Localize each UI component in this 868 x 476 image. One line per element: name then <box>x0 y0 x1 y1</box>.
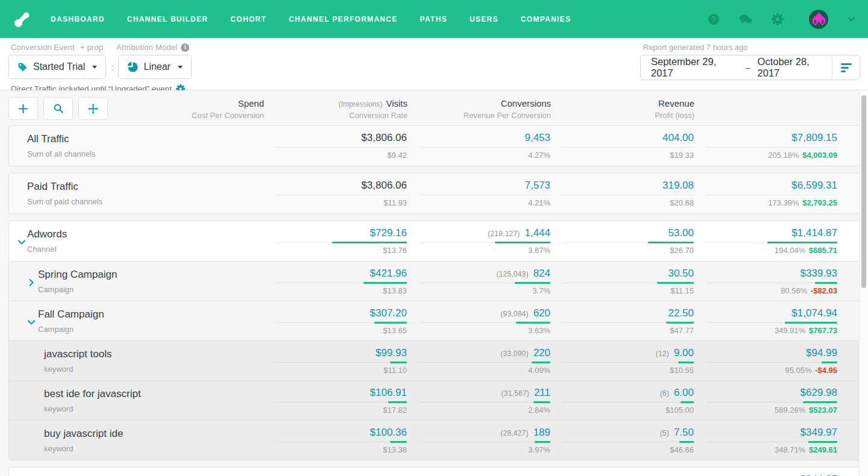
metric-bar <box>822 362 837 363</box>
nav-item-cohort[interactable]: COHORT <box>230 15 266 23</box>
table-row[interactable]: javascript toolskeyword$99.93$11.10(33,0… <box>9 340 860 380</box>
visits-cell: (33,090)2204.09% <box>407 347 550 375</box>
visits-cell: (93,084)6203.63% <box>407 307 550 335</box>
table-row[interactable]: buy javascript idekeyword$100.36$13.38(2… <box>9 420 860 460</box>
metric-bar-track <box>275 242 407 243</box>
metric-bar-track <box>562 194 694 196</box>
spend-sub-value: $17.82 <box>275 406 407 415</box>
nav-item-channel-builder[interactable]: CHANNEL BUILDER <box>127 15 209 23</box>
metric-bar <box>388 401 407 403</box>
metric-bar-track <box>419 146 550 148</box>
metric-bar <box>657 282 694 284</box>
top-nav: DASHBOARD CHANNEL BUILDER COHORT CHANNEL… <box>0 0 868 38</box>
profit-percent: 80.56% <box>781 286 807 295</box>
revenue-cell: $1,414.87194.04% $685.71 <box>694 227 837 255</box>
profit-value: $249.61 <box>809 445 837 454</box>
table-row[interactable]: Paid TrafficSum of paid channels$3,806.0… <box>9 174 860 213</box>
spend-cell: $100.36$13.38 <box>263 427 407 454</box>
spend-cell: $729.16$13.76 <box>263 227 407 255</box>
metric-bar <box>678 362 694 363</box>
spend-cell: $307.20$13.65 <box>263 307 407 335</box>
table-row[interactable]: best ide for javascriptkeyword$106.91$17… <box>9 380 860 420</box>
visits-cell: (218,127)1,4443.67% <box>407 227 550 255</box>
date-separator: – <box>746 63 750 72</box>
revenue-cell: $944.97 <box>694 474 837 476</box>
table-card: AdwordsChannel$729.16$13.76(218,127)1,44… <box>8 221 860 460</box>
conversions-sub-value: $20.68 <box>562 198 694 207</box>
date-range-picker[interactable]: September 29, 2017 – October 28, 2017 <box>640 55 860 80</box>
visits-sub-value: 3.97% <box>419 445 550 454</box>
metric-bar-track <box>706 441 837 443</box>
info-icon[interactable]: i <box>181 43 189 52</box>
add-channel-button[interactable] <box>8 97 38 120</box>
row-name-cell: Fall CampaignCampaign <box>27 308 263 334</box>
profit-percent: 95.05% <box>785 366 811 375</box>
filter-icon[interactable] <box>832 55 860 80</box>
avatar[interactable] <box>809 10 828 29</box>
conversions-cell: (5)7.50$46.66 <box>550 427 694 454</box>
reorder-button[interactable] <box>78 97 108 120</box>
visits-value: 7,573 <box>524 180 550 192</box>
conversions-value: 7.50 <box>674 427 694 439</box>
row-subtitle: Campaign <box>38 285 117 294</box>
nav-item-users[interactable]: USERS <box>470 15 498 23</box>
metric-bar-track <box>706 401 837 403</box>
visits-value: 620 <box>533 307 550 319</box>
spend-sub-value: $13.83 <box>275 286 407 295</box>
metric-bar-track <box>419 194 550 196</box>
conversion-touches-count: (6) <box>660 389 669 398</box>
visits-cell: (28,427)1893.97% <box>407 427 550 454</box>
metric-bar-track <box>706 146 837 148</box>
impressions-count: (33,090) <box>500 349 528 358</box>
impressions-count: (93,084) <box>500 310 528 318</box>
row-name-cell: Paid TrafficSum of paid channels <box>27 181 263 206</box>
impressions-header: (Impressions) <box>339 100 383 108</box>
visits-value: 824 <box>533 268 550 280</box>
help-icon[interactable]: ? <box>707 13 720 25</box>
conversions-sub-value: $19.33 <box>562 151 694 160</box>
revenue-cell: $349.97348.71% $249.61 <box>694 427 837 454</box>
metric-bar-track <box>419 282 550 284</box>
profit-value: $4,003.09 <box>802 151 837 160</box>
profit-value: $2,793.25 <box>802 198 837 207</box>
chevron-down-icon[interactable] <box>27 318 36 327</box>
nav-item-paths[interactable]: PATHS <box>420 15 447 23</box>
metric-bar-track <box>275 194 407 196</box>
conversion-event-select[interactable]: Started Trial <box>8 55 106 79</box>
table-row[interactable]: Fall CampaignCampaign$307.20$13.65(93,08… <box>9 301 860 340</box>
metric-bar-track <box>419 322 550 324</box>
scrollbar-thumb[interactable] <box>861 95 866 288</box>
nav-item-companies[interactable]: COMPANIES <box>521 15 571 23</box>
add-prop-link[interactable]: + prop <box>80 43 103 52</box>
spend-sub-value: $9.42 <box>275 151 407 160</box>
chevron-down-icon[interactable] <box>848 17 855 22</box>
nav-item-channel-performance[interactable]: CHANNEL PERFORMANCE <box>289 15 397 23</box>
chevron-down-icon[interactable] <box>17 238 26 246</box>
revenue-value: $349.97 <box>800 427 837 439</box>
conversions-value: 6.00 <box>674 387 694 399</box>
attribution-model-select[interactable]: Linear <box>118 55 191 79</box>
conversions-cell: (12)9.00$10.55 <box>550 347 694 375</box>
spend-value: $3,806.06 <box>361 132 407 144</box>
settings-icon[interactable] <box>771 13 784 25</box>
metric-bar <box>532 362 550 363</box>
table-row[interactable]: VideoChannel$299.9067514.00$944.97 <box>9 468 860 476</box>
nav-item-dashboard[interactable]: DASHBOARD <box>51 15 105 23</box>
table-row[interactable]: AdwordsChannel$729.16$13.76(218,127)1,44… <box>9 221 860 261</box>
table-row[interactable]: All TrafficSum of all channels$3,806.06$… <box>9 126 860 166</box>
scrollbar[interactable] <box>859 90 868 476</box>
avatar-pixel-art <box>813 13 814 14</box>
filter-separator: : <box>111 62 113 72</box>
metric-bar-track <box>275 441 407 443</box>
search-button[interactable] <box>43 97 73 120</box>
metric-bar-track <box>706 242 837 243</box>
conversions-sub-value: $26.70 <box>562 246 694 255</box>
chevron-right-icon[interactable] <box>27 278 36 287</box>
table-row[interactable]: Spring CampaignCampaign$421.96$13.83(125… <box>9 261 860 301</box>
metric-bar-track <box>562 441 694 443</box>
report-generated-label: Report generated 7 hours ago <box>643 43 860 52</box>
chat-icon[interactable] <box>739 13 752 25</box>
revenue-value: $94.99 <box>806 347 837 359</box>
revenue-value: $7,809.15 <box>791 132 837 144</box>
app-logo-icon[interactable] <box>13 10 33 29</box>
